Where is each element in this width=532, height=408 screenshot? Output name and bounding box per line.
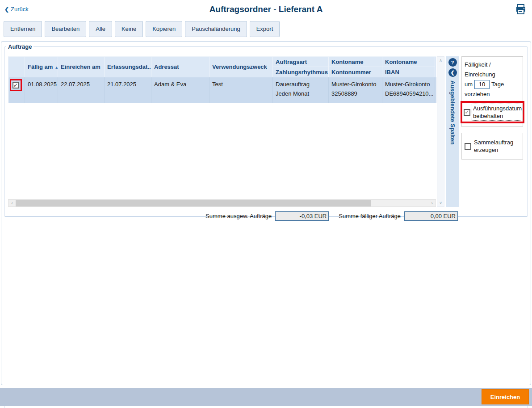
- page-title: Auftragsordner - Lieferant A: [0, 4, 532, 14]
- days-input[interactable]: [474, 80, 490, 89]
- due-date-options-box: Fälligkeit / Einreichung umTage vorziehe…: [461, 56, 523, 127]
- col-header-iban[interactable]: IBAN: [382, 67, 435, 77]
- select-none-button[interactable]: Keine: [115, 21, 143, 37]
- orders-vertical-scrollbar[interactable]: ∧ ∨: [437, 56, 444, 207]
- value-erfassungsdatum: 21.07.2025: [105, 77, 151, 90]
- select-all-button[interactable]: Alle: [89, 21, 112, 37]
- orders-grid-wrap: Fällig am▲ Einreichen am Erfassungsdat..…: [8, 56, 436, 207]
- value-kontoname-a: Muster-Girokonto: [329, 77, 382, 90]
- col-header-faellig-am[interactable]: Fällig am▲: [25, 57, 58, 77]
- value-adressat: Adam & Eva: [151, 77, 209, 90]
- orders-section: Aufträge Fällig am▲ Einreichen am: [4, 43, 528, 217]
- cell-erfassungsdatum: 21.07.2025: [105, 77, 151, 103]
- header-checkbox-col: [8, 57, 25, 77]
- value-verwendungszweck: Test: [209, 77, 272, 90]
- collective-order-box: Sammelauftrag erzeugen: [461, 133, 523, 160]
- submit-button[interactable]: Einreichen: [482, 389, 529, 404]
- collective-order-label[interactable]: Sammelauftrag erzeugen: [474, 139, 520, 154]
- export-button[interactable]: Export: [250, 21, 280, 37]
- scroll-up-icon[interactable]: ∧: [439, 57, 442, 64]
- col-header-adressat[interactable]: Adressat: [151, 57, 209, 77]
- top-header: ❮ Zurück Auftragsordner - Lieferant A: [0, 0, 532, 19]
- col-header-kontoname-a[interactable]: Kontoname: [329, 57, 382, 67]
- col-label: Fällig am: [28, 63, 53, 70]
- value-kontonummer: 32508889: [329, 90, 382, 102]
- main-panel: Aufträge Fällig am▲ Einreichen am: [1, 41, 531, 385]
- highlight-red-box: ✓: [10, 79, 22, 91]
- orders-legend: Aufträge: [6, 43, 34, 50]
- col-header-spacer: [435, 57, 436, 77]
- days-row: umTage: [465, 80, 520, 89]
- help-icon[interactable]: ?: [448, 58, 457, 67]
- sort-asc-icon: ▲: [54, 65, 58, 70]
- cell-kontoname-b: Muster-Girokonto DE68940594210...: [382, 77, 435, 103]
- scroll-right-icon[interactable]: ›: [428, 200, 436, 206]
- col-header-verwendungszweck[interactable]: Verwendungszweck: [209, 57, 273, 77]
- printer-icon[interactable]: [515, 4, 527, 15]
- col-header-zahlungsrhythmus[interactable]: Zahlungsrhythmus: [273, 67, 329, 77]
- tage-label: Tage: [491, 81, 504, 88]
- value-einreichen-am: 22.07.2025: [58, 77, 104, 90]
- orders-table: Fällig am▲ Einreichen am Erfassungsdat..…: [8, 56, 436, 199]
- cell-auftragsart: Dauerauftrag Jeden Monat: [273, 77, 329, 103]
- order-row-checkbox-cell: ✓: [8, 77, 25, 103]
- cell-kontoname-a: Muster-Girokonto 32508889: [329, 77, 382, 103]
- keep-execution-date-checkbox[interactable]: ✓: [464, 109, 470, 116]
- sum-selected-label: Summe ausgew. Aufträge: [205, 213, 272, 219]
- empty-grid-area: [8, 103, 436, 199]
- value-iban: DE68940594210...: [382, 90, 435, 102]
- orders-summary: Summe ausgew. Aufträge -0,03 EUR Summe f…: [205, 211, 458, 221]
- col-header-kontoname-b[interactable]: Kontoname: [382, 57, 435, 67]
- order-row-checkbox[interactable]: ✓: [13, 82, 19, 88]
- um-label: um: [465, 81, 473, 88]
- hidden-columns-strip: ? ❮ Ausgeblendete Spalten: [446, 56, 459, 207]
- order-row[interactable]: ✓ 01.08.2025 22.07.2025 21.07.2025 Adam …: [8, 77, 436, 103]
- col-header-einreichen-am[interactable]: Einreichen am: [58, 57, 105, 77]
- col-header-erfassungsdatum[interactable]: Erfassungsdat...: [105, 57, 151, 77]
- bulk-change-button[interactable]: Pauschaländerung: [185, 21, 247, 37]
- cell-adressat: Adam & Eva: [151, 77, 209, 103]
- scroll-left-icon[interactable]: ‹: [8, 200, 16, 206]
- cell-einreichen-am: 22.07.2025: [58, 77, 105, 103]
- value-kontoname-b: Muster-Girokonto: [382, 77, 435, 90]
- cell-verwendungszweck: Test: [209, 77, 273, 103]
- scroll-down-icon[interactable]: ∨: [439, 199, 442, 206]
- hidden-columns-label: Ausgeblendete Spalten: [449, 80, 456, 145]
- collective-order-checkbox[interactable]: [465, 143, 471, 150]
- vorziehen-label: vorziehen: [465, 89, 520, 99]
- copy-button[interactable]: Kopieren: [146, 21, 182, 37]
- cell-faellig-am: 01.08.2025: [25, 77, 58, 103]
- keep-execution-date-highlight: ✓ Ausführungsdatum beibehalten: [461, 101, 524, 123]
- value-faellig-am: 01.08.2025: [25, 77, 58, 90]
- col-header-auftragsart[interactable]: Auftragsart: [273, 57, 329, 67]
- collapse-icon[interactable]: ❮: [448, 68, 457, 77]
- remove-button[interactable]: Entfernen: [4, 21, 42, 37]
- orders-body: Fällig am▲ Einreichen am Erfassungsdat..…: [8, 56, 525, 207]
- faelligkeit-label: Fälligkeit / Einreichung: [465, 60, 520, 80]
- value-zahlungsrhythmus: Jeden Monat: [273, 90, 328, 102]
- footer-bar: Einreichen: [0, 388, 532, 406]
- keep-execution-date-label[interactable]: Ausführungsdatum beibehalten: [472, 104, 523, 121]
- hscroll-track[interactable]: [16, 200, 428, 206]
- options-panel: Fälligkeit / Einreichung umTage vorziehe…: [461, 56, 523, 160]
- sum-due-label: Summe fälliger Aufträge: [339, 213, 401, 219]
- edit-button[interactable]: Bearbeiten: [45, 21, 86, 37]
- orders-horizontal-scrollbar[interactable]: ‹ ›: [8, 199, 436, 207]
- sum-due-value: 0,00 EUR: [404, 211, 458, 221]
- sum-selected-value: -0,03 EUR: [275, 211, 329, 221]
- col-header-kontonummer[interactable]: Kontonummer: [329, 67, 382, 77]
- toolbar: Entfernen Bearbeiten Alle Keine Kopieren…: [4, 21, 280, 37]
- hscroll-thumb[interactable]: [16, 200, 371, 206]
- value-auftragsart: Dauerauftrag: [273, 77, 328, 90]
